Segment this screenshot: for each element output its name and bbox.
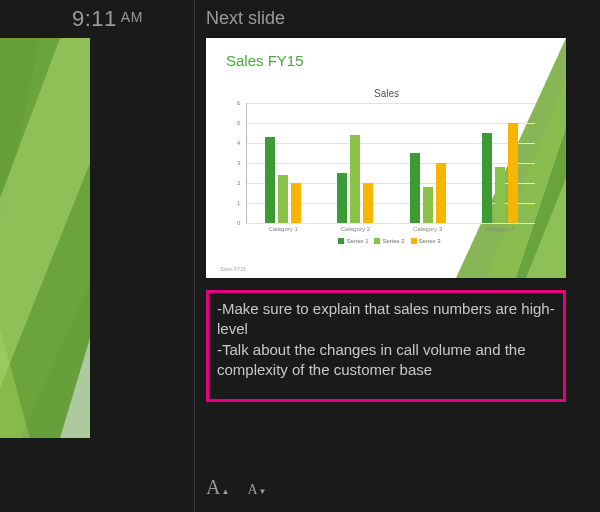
clock-time: 9:11 (72, 6, 117, 31)
letter-a-icon: A (247, 482, 257, 498)
chart-bar-group (337, 135, 373, 223)
legend-label: Series 3 (419, 238, 441, 244)
presenter-view: 9:11AM Next slide Sales FY15 Sales 01234… (0, 0, 600, 512)
chart-bar (482, 133, 492, 223)
chart-bar-group (410, 153, 446, 223)
chart-legend: Series 1Series 2Series 3 (234, 238, 539, 244)
chart-xtick: Category 3 (413, 226, 442, 232)
chart-ytick: 3 (237, 160, 240, 166)
chart-title: Sales (234, 88, 539, 99)
chart-bar (363, 183, 373, 223)
clock-ampm: AM (121, 9, 143, 25)
chart-bar (278, 175, 288, 223)
chart-bar (508, 123, 518, 223)
chart-bar (337, 173, 347, 223)
chart-bar-group (265, 137, 301, 223)
chart-gridline (247, 103, 535, 104)
chart-bar (495, 167, 505, 223)
chart-xtick: Category 1 (268, 226, 297, 232)
note-line: -Make sure to explain that sales numbers… (217, 299, 555, 340)
current-slide-thumbnail[interactable] (0, 38, 90, 438)
chart-ytick: 0 (237, 220, 240, 226)
chart-plot-area: 0123456Category 1Category 2Category 3Cat… (246, 103, 535, 224)
legend-label: Series 1 (346, 238, 368, 244)
chart-bar (436, 163, 446, 223)
chart-ytick: 4 (237, 140, 240, 146)
legend-label: Series 2 (382, 238, 404, 244)
chart-ytick: 2 (237, 180, 240, 186)
letter-a-icon: A (206, 476, 220, 499)
legend-swatch (411, 238, 417, 244)
chart-bar-group (482, 123, 518, 223)
chart-ytick: 1 (237, 200, 240, 206)
slide-background-graphic (0, 38, 90, 438)
slide-footnote: Sales FY15 (220, 266, 246, 272)
slide-title: Sales FY15 (226, 52, 304, 69)
font-size-controls: A▲ A▼ (206, 476, 266, 499)
chart-gridline (247, 223, 535, 224)
chart-xtick: Category 4 (485, 226, 514, 232)
decrease-font-button[interactable]: A▼ (247, 482, 266, 498)
legend-swatch (338, 238, 344, 244)
next-slide-label: Next slide (206, 8, 285, 29)
chart-xtick: Category 2 (341, 226, 370, 232)
next-slide-thumbnail[interactable]: Sales FY15 Sales 0123456Category 1Catego… (206, 38, 566, 278)
caret-up-icon: ▲ (221, 487, 229, 496)
vertical-divider (194, 0, 195, 512)
note-line: -Talk about the changes in call volume a… (217, 340, 555, 381)
chart: Sales 0123456Category 1Category 2Categor… (234, 88, 539, 258)
legend-swatch (374, 238, 380, 244)
caret-down-icon: ▼ (259, 487, 267, 496)
speaker-notes[interactable]: -Make sure to explain that sales numbers… (206, 290, 566, 402)
increase-font-button[interactable]: A▲ (206, 476, 229, 499)
chart-bar (410, 153, 420, 223)
chart-bar (265, 137, 275, 223)
clock: 9:11AM (72, 6, 143, 32)
chart-bar (423, 187, 433, 223)
chart-bar (350, 135, 360, 223)
chart-bar (291, 183, 301, 223)
chart-ytick: 6 (237, 100, 240, 106)
chart-ytick: 5 (237, 120, 240, 126)
